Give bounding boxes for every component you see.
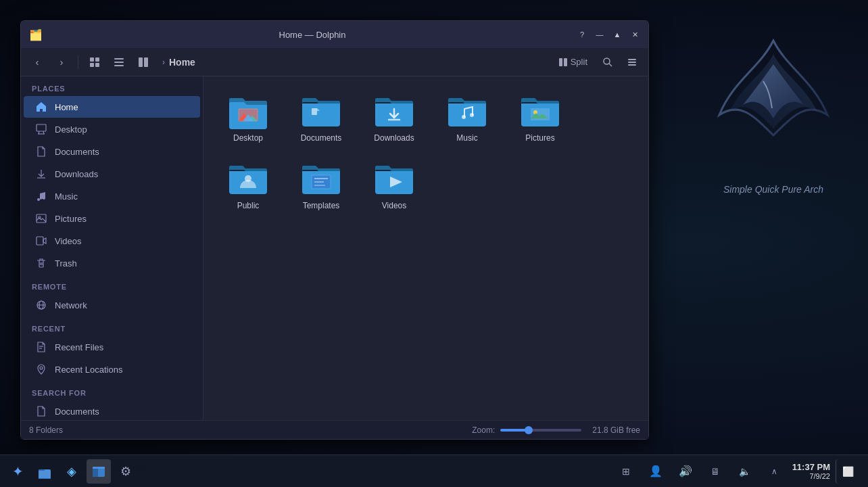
taskbar-plasma[interactable]: ◈ (59, 459, 84, 484)
breadcrumb-arrow: › (162, 57, 165, 67)
sidebar-item-trash[interactable]: Trash (24, 252, 200, 274)
taskbar-right: ⊞ 👤 🔊 🖥 🔈 ∧ 11:37 PM 7/9/22 ⬜ (606, 459, 868, 484)
back-button[interactable]: ‹ (26, 51, 48, 73)
window-title: Home — Dolphin (49, 30, 575, 40)
svg-rect-9 (559, 58, 562, 66)
svg-point-44 (470, 113, 474, 117)
view-detail-button[interactable] (108, 51, 130, 73)
clock-time: 11:37 PM (792, 462, 830, 472)
title-bar: 🗂️ Home — Dolphin ? — ▲ ✕ (21, 21, 648, 48)
desktop-icon (34, 122, 48, 136)
breadcrumb-current[interactable]: Home (169, 57, 195, 68)
close-button[interactable]: ✕ (628, 28, 642, 41)
folder-downloads-name: Downloads (374, 133, 414, 143)
split-button[interactable]: Split (552, 54, 594, 70)
svg-rect-10 (564, 58, 567, 66)
taskbar-files[interactable] (32, 459, 57, 484)
toolbar: ‹ › › Home (21, 48, 648, 76)
sidebar-item-recent-locations[interactable]: Recent Locations (24, 358, 200, 380)
folder-downloads-icon (372, 94, 416, 129)
menu-button[interactable] (621, 51, 643, 73)
recent-files-icon (34, 340, 48, 354)
search-documents-label: Documents (55, 407, 99, 417)
folder-downloads[interactable]: Downloads (360, 87, 428, 149)
help-button[interactable]: ? (575, 28, 589, 41)
taskbar-clock[interactable]: 11:37 PM 7/9/22 (792, 462, 830, 480)
main-content: Places Home Desktop Documents (21, 76, 648, 420)
forward-button[interactable]: › (51, 51, 72, 73)
home-icon (34, 100, 48, 114)
zoom-slider[interactable] (500, 429, 581, 432)
window-controls: ? — ▲ ✕ (575, 28, 642, 41)
folder-desktop-name: Desktop (233, 133, 263, 143)
svg-rect-24 (37, 237, 43, 245)
folder-videos-name: Videos (382, 201, 406, 210)
documents-label: Documents (55, 147, 99, 157)
folder-public-icon (226, 162, 270, 197)
recent-locations-label: Recent Locations (55, 365, 122, 375)
sidebar-item-music[interactable]: Music (24, 185, 200, 207)
taskbar-kicker[interactable]: ✦ (5, 459, 30, 484)
folder-documents[interactable]: Documents (287, 87, 355, 149)
folder-pictures[interactable]: Pictures (506, 87, 574, 149)
svg-rect-8 (144, 57, 148, 67)
sidebar-item-home[interactable]: Home (24, 96, 200, 118)
pictures-label: Pictures (55, 214, 87, 224)
svg-line-17 (39, 131, 39, 134)
taskbar-left: ✦ ◈ ⚙ (0, 459, 143, 484)
zoom-label: Zoom: (472, 425, 495, 435)
taskbar-dolphin[interactable] (87, 459, 111, 484)
sidebar-item-recent-files[interactable]: Recent Files (24, 336, 200, 358)
sidebar-item-network[interactable]: Network (24, 294, 200, 316)
sidebar-item-desktop[interactable]: Desktop (24, 118, 200, 140)
tray-expand[interactable]: ∧ (763, 459, 787, 484)
tray-audio[interactable]: 🔊 (673, 459, 698, 484)
folder-music-icon (445, 94, 489, 129)
folder-music[interactable]: Music (433, 87, 501, 149)
minimize-button[interactable]: — (593, 28, 606, 41)
sidebar-item-pictures[interactable]: Pictures (24, 208, 200, 229)
sidebar-item-videos[interactable]: Videos (24, 230, 200, 252)
trash-label: Trash (55, 258, 77, 269)
svg-rect-5 (114, 62, 124, 63)
svg-line-12 (609, 64, 612, 66)
folder-templates-icon (299, 162, 343, 197)
tray-show-desktop[interactable]: ⬜ (836, 459, 860, 484)
svg-line-18 (43, 131, 44, 134)
folder-public[interactable]: Public (214, 155, 282, 217)
sidebar-item-downloads[interactable]: Downloads (24, 163, 200, 185)
trash-icon (34, 256, 48, 270)
svg-rect-15 (628, 64, 636, 66)
recent-header: Recent (21, 317, 203, 335)
folder-desktop-icon (226, 94, 270, 129)
folder-videos[interactable]: Videos (360, 155, 428, 217)
tray-apps-grid[interactable]: ⊞ (614, 459, 638, 484)
free-space: 21.8 GiB free (592, 425, 640, 435)
maximize-button[interactable]: ▲ (610, 28, 624, 41)
sidebar-item-search-documents[interactable]: Documents (24, 400, 200, 420)
tray-display[interactable]: 🖥 (703, 459, 727, 484)
zoom-control: Zoom: (472, 425, 581, 435)
folder-templates[interactable]: Templates (287, 155, 355, 217)
view-split-file-button[interactable] (132, 51, 154, 73)
zoom-thumb (525, 426, 533, 434)
svg-point-11 (604, 58, 610, 64)
folder-desktop[interactable]: Desktop (214, 87, 282, 149)
tray-user[interactable]: 👤 (644, 459, 668, 484)
recent-files-label: Recent Files (55, 342, 103, 352)
view-icons-button[interactable] (84, 51, 105, 73)
split-label: Split (571, 57, 587, 67)
tray-volume[interactable]: 🔈 (733, 459, 757, 484)
search-button[interactable] (597, 51, 619, 73)
sidebar-item-documents[interactable]: Documents (24, 141, 200, 162)
svg-point-43 (462, 115, 466, 119)
taskbar-settings[interactable]: ⚙ (114, 459, 138, 484)
pictures-icon (34, 212, 48, 225)
svg-rect-0 (90, 57, 94, 62)
places-header: Places (21, 76, 203, 95)
folder-pictures-icon (519, 94, 562, 129)
folders-count: 8 Folders (29, 425, 63, 435)
desktop-label: Desktop (55, 124, 87, 135)
svg-rect-16 (37, 124, 46, 131)
svg-rect-4 (114, 58, 124, 60)
